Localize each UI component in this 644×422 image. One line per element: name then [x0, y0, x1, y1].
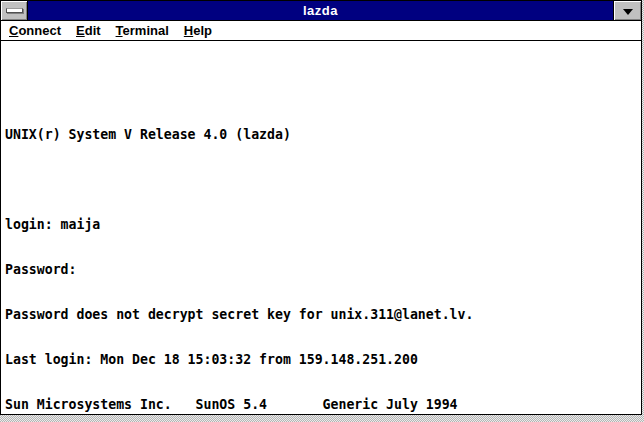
- menu-item-edit[interactable]: Edit: [76, 23, 101, 38]
- titlebar[interactable]: lazda: [1, 1, 641, 21]
- menubar: Connect Edit Terminal Help: [1, 21, 641, 41]
- minimize-button[interactable]: [613, 1, 641, 20]
- terminal-line: [5, 172, 641, 187]
- terminal-output[interactable]: UNIX(r) System V Release 4.0 (lazda) log…: [1, 41, 641, 414]
- minimize-icon: [623, 9, 633, 15]
- menu-item-connect[interactable]: Connect: [9, 23, 61, 38]
- window-title: lazda: [28, 1, 613, 20]
- menu-item-terminal[interactable]: Terminal: [116, 23, 169, 38]
- system-menu-button[interactable]: [1, 1, 28, 20]
- desktop: { "window": { "title": "lazda" }, "title…: [0, 0, 644, 422]
- terminal-line: Password:: [5, 262, 641, 277]
- terminal-line: Sun Microsystems Inc. SunOS 5.4 Generic …: [5, 397, 641, 412]
- menu-item-help[interactable]: Help: [184, 23, 212, 38]
- terminal-line: UNIX(r) System V Release 4.0 (lazda): [5, 127, 641, 142]
- system-menu-icon: [6, 8, 23, 13]
- terminal-line: Last login: Mon Dec 18 15:03:32 from 159…: [5, 352, 641, 367]
- telnet-window: lazda Connect Edit Terminal Help UNIX(r)…: [0, 0, 642, 415]
- terminal-line: login: maija: [5, 217, 641, 232]
- terminal-line: Password does not decrypt secret key for…: [5, 307, 641, 322]
- terminal-line: [5, 82, 641, 97]
